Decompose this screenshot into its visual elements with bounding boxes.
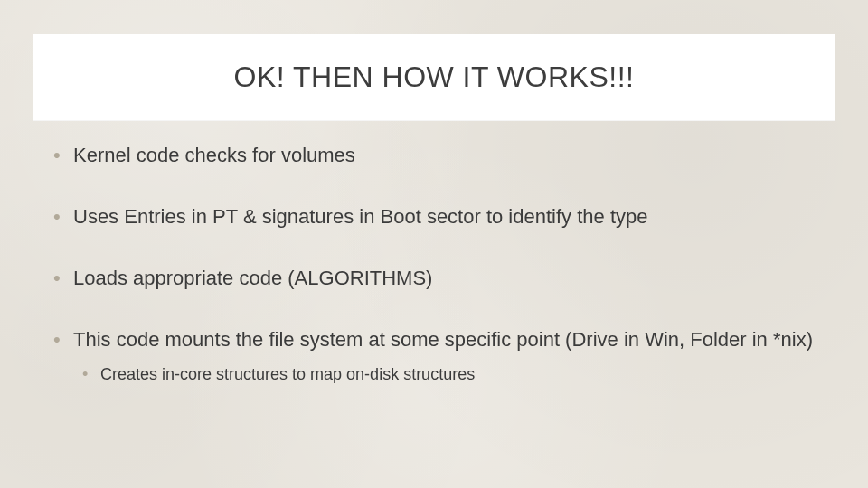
list-item-text: Uses Entries in PT & signatures in Boot … (73, 205, 647, 228)
list-item-text: Creates in-core structures to map on-dis… (100, 365, 475, 383)
list-item: Uses Entries in PT & signatures in Boot … (50, 204, 818, 230)
list-item: Kernel code checks for volumes (50, 143, 818, 168)
sub-bullet-list: Creates in-core structures to map on-dis… (73, 364, 818, 385)
list-item: Loads appropriate code (ALGORITHMS) (50, 266, 818, 291)
slide-body: Kernel code checks for volumes Uses Entr… (50, 143, 818, 385)
list-item-text: Loads appropriate code (ALGORITHMS) (73, 267, 432, 289)
slide-title: OK! THEN HOW IT WORKS!!! (234, 61, 635, 94)
title-bar: OK! THEN HOW IT WORKS!!! (33, 34, 835, 121)
list-item-text: Kernel code checks for volumes (73, 144, 355, 166)
list-item-text: This code mounts the file system at some… (73, 328, 813, 351)
bullet-list: Kernel code checks for volumes Uses Entr… (50, 143, 818, 385)
list-item: Creates in-core structures to map on-dis… (80, 364, 818, 385)
list-item: This code mounts the file system at some… (50, 327, 818, 385)
